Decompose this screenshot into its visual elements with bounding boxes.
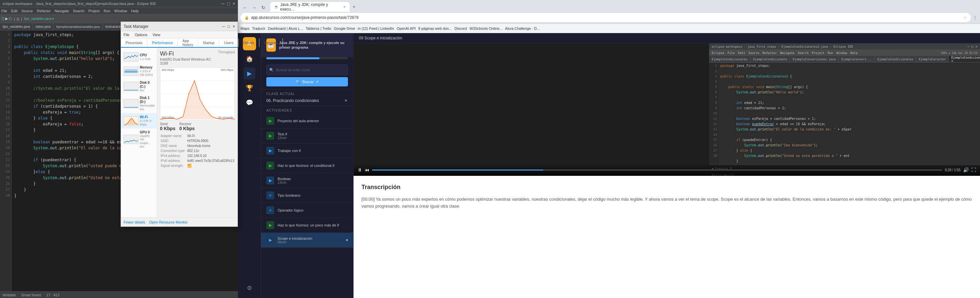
volume-btn[interactable]: 🔊	[963, 167, 969, 173]
inner-menubar: Eclipse File Edit Source Refactor Naviga…	[709, 50, 980, 56]
bookmark-star-icon[interactable]: ☆	[964, 16, 967, 20]
tm-fewer-details[interactable]: Fewer details	[124, 220, 145, 224]
lesson-item-6[interactable]: ≡ Operador lógico	[261, 203, 353, 218]
tm-close-btn[interactable]: ×	[232, 24, 235, 29]
menu-window[interactable]: Window	[115, 9, 127, 13]
menu-source[interactable]: Source	[21, 9, 33, 13]
inner-tab-2[interactable]: EjemploConversiones.java	[790, 56, 838, 62]
menu-file[interactable]: File	[1, 9, 7, 13]
back-btn[interactable]: ←	[240, 3, 249, 12]
browser-tab-active[interactable]: ☕ Java JRE y JDK: compíle y execu... ×	[270, 2, 350, 12]
tab-close-btn[interactable]: ×	[343, 5, 345, 9]
toolbar-btn-2[interactable]: ▶	[5, 16, 8, 21]
skip-back-btn[interactable]: ⏮	[365, 167, 369, 173]
eclipse-close-btn[interactable]: ×	[232, 1, 235, 6]
menu-edit[interactable]: Edit	[11, 9, 18, 13]
lesson-item-7[interactable]: ▶ Haz lo que hicimos: un poco más de if	[261, 218, 353, 233]
class-expand-icon[interactable]: ▼	[344, 98, 348, 103]
lesson-item-2[interactable]: ▶ Trabajar con if	[261, 143, 353, 158]
tab-users[interactable]: Users	[220, 38, 239, 47]
inner-tab-4[interactable]: EjemploCondicionales	[875, 56, 916, 62]
video-timeline[interactable]	[372, 170, 942, 170]
lesson-item-3[interactable]: ▶ Haz lo que hicimos: el conditional if	[261, 158, 353, 173]
tab-tipo-variables[interactable]: tipo_variables.java	[0, 23, 33, 30]
bookmark-gdrive[interactable]: Google Drive	[334, 27, 355, 30]
tm-item-disk1[interactable]: Disk 1 (D:) Removable 0%	[121, 94, 157, 113]
alura-search-button[interactable]: 🔍 Buscar ↗	[266, 77, 348, 87]
bookmark-alura-challenge[interactable]: Alura Challenge - D...	[505, 27, 540, 30]
browser-new-tab-btn[interactable]: +	[350, 2, 358, 12]
lesson-item-4[interactable]: ▶ Boolean 13min	[261, 173, 353, 188]
toolbar-btn-1[interactable]: ⬡	[1, 16, 5, 21]
fullscreen-btn[interactable]: ⛶	[971, 167, 976, 173]
lesson-icon-0: ▶	[266, 117, 274, 125]
inner-min-btn[interactable]: ─	[967, 45, 969, 48]
search-placeholder: Buscar en este curso	[276, 68, 310, 72]
tm-item-cpu[interactable]: CPU 1.1 GHz	[121, 50, 157, 64]
bookmark-openai[interactable]: OpenAI API	[397, 27, 416, 30]
menu-run[interactable]: Run	[104, 9, 110, 13]
toolbar-btn-3[interactable]: ⬡	[9, 16, 12, 21]
extensions-icon[interactable]: ⋮	[973, 15, 977, 20]
reload-btn[interactable]: ↻	[259, 3, 267, 12]
bookmark-discord[interactable]: Discord	[455, 27, 467, 30]
alura-nav-home[interactable]: 🏠	[243, 53, 255, 65]
menu-help[interactable]: Help	[131, 9, 139, 13]
inner-max-btn[interactable]: □	[971, 45, 974, 48]
tm-open-resource-monitor[interactable]: Open Resource Monitor	[149, 220, 188, 224]
inner-tab-3[interactable]: EjemploConvert...	[838, 56, 875, 62]
play-pause-btn[interactable]: ⏸	[358, 167, 362, 173]
tab-startup[interactable]: Startup	[198, 38, 220, 47]
bookmark-pages[interactable]: 8 páginas web don...	[418, 27, 452, 30]
tab-details[interactable]: Details	[239, 38, 259, 47]
menu-refactor[interactable]: Refactor	[37, 9, 51, 13]
toolbar-btn-4[interactable]: ⎙	[17, 17, 19, 21]
tm-item-gpu[interactable]: GPU 0 Intel(R) HD Graph... 6%	[121, 128, 157, 151]
menu-project[interactable]: Project	[88, 9, 99, 13]
lesson-item-1[interactable]: ▶ Test if 12min	[261, 128, 353, 143]
inner-tab-5[interactable]: EjemploCaracter	[916, 56, 948, 62]
bookmark-w3schools[interactable]: W3Schools Online...	[469, 27, 503, 30]
inner-tab-active[interactable]: EjemploCondicionales2 ×	[948, 56, 980, 62]
lesson-item-8[interactable]: ▶ Scope e inicialización 08min	[261, 233, 353, 248]
lesson-item-0[interactable]: ▶ Proyecto del aula anterior	[261, 114, 353, 128]
tab-app-history[interactable]: App history	[178, 38, 198, 47]
alura-nav-trophy[interactable]: 🏆	[243, 82, 255, 94]
tab-performance[interactable]: Performance	[147, 38, 178, 48]
tab-variables[interactable]: EjemplosVariables/variables.java	[54, 23, 102, 30]
menu-search[interactable]: Search	[73, 9, 84, 13]
tm-item-wifi[interactable]: Wi-Fi S: 0 R: 0 Kbps	[121, 113, 157, 128]
tab-datos[interactable]: datos.java	[33, 23, 54, 30]
bookmark-dashboard[interactable]: Dashboard | Alura L...	[268, 27, 303, 30]
bookmark-traducir[interactable]: Traducir	[252, 27, 265, 30]
fwd-btn[interactable]: →	[250, 3, 258, 12]
inner-tab-1[interactable]: EjemploCondicionale	[750, 56, 790, 62]
url-bar[interactable]: 🔒 app.aluracursos.com/course/java-primer…	[240, 13, 971, 22]
bookmark-linkedin[interactable]: in (12) Feed | LinkedIn	[358, 27, 394, 30]
tab-services[interactable]: Services	[259, 38, 283, 47]
eclipse-maximize-btn[interactable]: □	[227, 1, 230, 6]
alura-nav-settings[interactable]: ⚙	[243, 282, 255, 294]
alura-nav-forum[interactable]: 💬	[243, 97, 255, 109]
eclipse-minimize-btn[interactable]: ─	[221, 1, 224, 6]
inner-tab-0[interactable]: EjemploCondicionales	[709, 56, 750, 62]
lesson-icon-2: ▶	[266, 147, 274, 155]
tab-processes[interactable]: Processes	[121, 38, 147, 47]
lesson-icon-3: ▶	[266, 162, 274, 170]
tm-menu-file[interactable]: File	[124, 33, 129, 37]
tm-min-btn[interactable]: ─	[222, 24, 225, 29]
lesson-item-5[interactable]: ≡ Tipo booleano	[261, 188, 353, 203]
tm-menu-options[interactable]: Options	[135, 33, 147, 37]
scope-label: tipo_variables.java ▾	[24, 17, 54, 21]
tm-item-memory[interactable]: Memory 5.2/15.9 GB (33%)	[121, 64, 157, 79]
tm-item-disk0[interactable]: Disk 0 (C:) 0%	[121, 79, 157, 95]
inner-close-btn[interactable]: ×	[975, 45, 977, 48]
menu-navigate[interactable]: Navigate	[54, 9, 69, 13]
bookmark-trello[interactable]: Tableros | Trello	[305, 27, 331, 30]
alura-search-box[interactable]: 🔍 Buscar en este curso	[266, 64, 348, 75]
lesson-icon-4: ▶	[266, 176, 274, 184]
bookmark-maps[interactable]: Maps	[240, 27, 250, 30]
tm-max-btn[interactable]: □	[228, 24, 230, 29]
tm-menu-view[interactable]: View	[153, 33, 161, 37]
alura-nav-courses[interactable]: ▶	[243, 67, 255, 80]
